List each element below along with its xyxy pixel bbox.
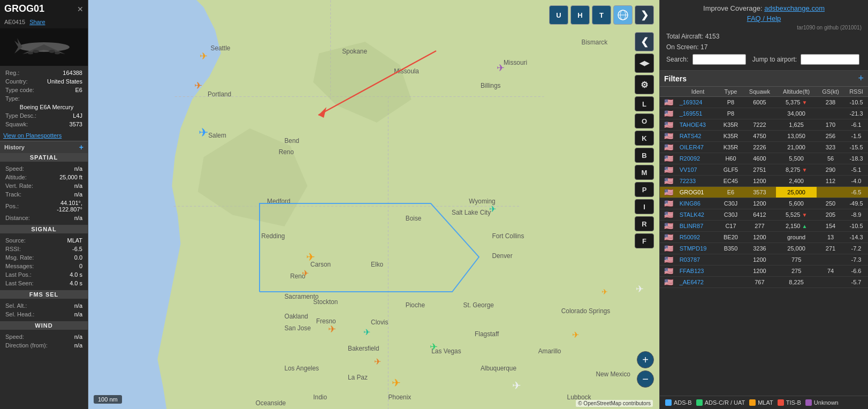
aircraft-icon-1[interactable]: ✈ (200, 50, 208, 62)
table-row[interactable]: 🇺🇸 _AE6472 767 8,225 -5.7 (660, 277, 868, 288)
flag-cell: 🇺🇸 (660, 198, 677, 209)
aircraft-icon-grog01[interactable]: ✈ (199, 126, 208, 140)
forward-button[interactable]: ❯ (635, 5, 654, 25)
type-desc: Boeing E6A Mercury (4, 103, 83, 111)
table-row[interactable]: 🇺🇸 RATS42 K35R 4750 13,050 256 -1.5 (660, 131, 868, 142)
table-row[interactable]: 🇺🇸 R03787 1200 775 -7.3 (660, 254, 868, 266)
flag-cell: 🇺🇸 (660, 108, 677, 119)
ident-cell: _169324 (677, 97, 719, 108)
aircraft-icon-7[interactable]: ✈ (636, 283, 644, 295)
table-row[interactable]: 🇺🇸 _169324 P8 6005 5,375 ▼ 238 -10.5 (660, 97, 868, 108)
pos-value: 44.101°, -122.807° (35, 199, 83, 213)
zoom-in-button[interactable]: + (637, 351, 654, 368)
table-row[interactable]: 🇺🇸 _169551 P8 34,000 -21.3 (660, 108, 868, 119)
col-ident[interactable]: Ident (677, 87, 719, 97)
legend-tisb[interactable]: TIS-B (778, 399, 801, 406)
svg-text:Portland: Portland (208, 90, 231, 98)
svg-text:Bakersfield: Bakersfield (348, 345, 379, 352)
svg-text:Pioche: Pioche (406, 301, 425, 309)
aircraft-icon-8[interactable]: ✈ (328, 323, 336, 335)
aircraft-info-table: Reg.:164388 Country:United States Type c… (0, 66, 88, 131)
map-copyright: © OpenStreetMap contributors (576, 400, 653, 407)
table-row[interactable]: 🇺🇸 FFAB123 1200 275 74 -6.6 (660, 266, 868, 277)
legend-mlat[interactable]: MLAT (749, 399, 773, 406)
col-type[interactable]: Type (718, 87, 743, 97)
type-cell: GLF5 (718, 164, 743, 176)
table-row[interactable]: 🇺🇸 72233 EC45 1200 2,400 112 -4.0 (660, 176, 868, 187)
h-button[interactable]: H (570, 5, 590, 25)
table-row[interactable]: 🇺🇸 R20092 H60 4600 5,500 56 -18.3 (660, 153, 868, 164)
aircraft-icon-13[interactable]: ✈ (512, 379, 521, 392)
col-rssi[interactable]: RSSI (844, 87, 868, 97)
svg-text:San Jose: San Jose (284, 324, 311, 332)
aircraft-icon-14[interactable]: ✈ (572, 330, 579, 340)
legend-adsc-label: ADS-C/R / UAT (705, 399, 745, 406)
table-row[interactable]: 🇺🇸 R50092 BE20 1200 ground 13 -14.3 (660, 232, 868, 243)
aircraft-icon-4[interactable]: ✈ (306, 251, 315, 263)
jump-input[interactable] (801, 54, 859, 65)
col-squawk[interactable]: Squawk (743, 87, 776, 97)
aircraft-table-container[interactable]: Ident Type Squawk Altitude(ft) GS(kt) RS… (660, 87, 868, 396)
layer-i-button[interactable]: I (635, 199, 654, 214)
source-value: MLAT (55, 237, 83, 244)
col-gs[interactable]: GS(kt) (817, 87, 844, 97)
legend-adsc[interactable]: ADS-C/R / UAT (696, 399, 745, 406)
aircraft-icon-9[interactable]: ✈ (363, 327, 370, 337)
filters-header: Filters + (660, 71, 868, 87)
improve-coverage-link[interactable]: adsbexchange.com (764, 4, 825, 12)
u-button[interactable]: U (549, 5, 568, 25)
filters-add-button[interactable]: + (858, 73, 864, 84)
table-row[interactable]: 🇺🇸 STALK42 C30J 6412 5,525 ▼ 205 -8.9 (660, 209, 868, 221)
layer-k-button[interactable]: K (635, 131, 654, 146)
aircraft-icon-10[interactable]: ✈ (430, 341, 438, 353)
search-input[interactable] (692, 54, 746, 65)
layer-b-button[interactable]: B (635, 148, 654, 163)
layer-r-button[interactable]: R (635, 216, 654, 231)
rssi-cell: -6.5 (844, 187, 868, 198)
legend-unknown[interactable]: Unknown (805, 399, 839, 406)
map-area[interactable]: Seattle Portland Salem Bend Spokane Miss… (88, 0, 659, 409)
table-row[interactable]: 🇺🇸 TAHOE43 K35R 7222 1,625 170 -6.1 (660, 119, 868, 131)
zoom-out-button[interactable]: − (637, 370, 654, 388)
legend-adsb[interactable]: ADS-B (665, 399, 692, 406)
aircraft-icon-11[interactable]: ✈ (374, 357, 381, 367)
back-button[interactable]: ❮ (635, 32, 654, 51)
table-row[interactable]: 🇺🇸 GROG01 E6 3573 25,000 -6.5 (660, 187, 868, 198)
gear-button[interactable]: ⚙ (635, 75, 654, 94)
share-link[interactable]: Share (29, 19, 45, 25)
lr-button[interactable]: ◀▶ (635, 54, 654, 73)
layer-p-button[interactable]: P (635, 182, 654, 197)
table-row[interactable]: 🇺🇸 VV107 GLF5 2751 8,275 ▼ 290 -5.1 (660, 164, 868, 176)
rssi-cell: -18.3 (844, 153, 868, 164)
layer-f-button[interactable]: F (635, 233, 654, 248)
aircraft-icon-15[interactable]: ✈ (601, 287, 608, 296)
ident-cell: 72233 (677, 176, 719, 187)
svg-text:Salem: Salem (208, 132, 226, 139)
faq-help-link[interactable]: FAQ / Help (666, 14, 862, 22)
layer-m-button[interactable]: M (635, 165, 654, 180)
table-row[interactable]: 🇺🇸 BLINR87 C17 277 2,150 ▲ 154 -10.5 (660, 221, 868, 232)
history-section-header[interactable]: History + (0, 141, 88, 153)
layer-o-button[interactable]: O (635, 113, 654, 128)
gs-cell: 205 (817, 209, 844, 221)
aircraft-icon-6[interactable]: ✈ (489, 204, 496, 214)
table-row[interactable]: 🇺🇸 STMPD19 B350 3236 25,000 271 -7.2 (660, 243, 868, 254)
type-cell: C30J (718, 198, 743, 209)
wind-dir-value: n/a (68, 342, 83, 349)
aircraft-icon-3[interactable]: ✈ (497, 62, 505, 74)
history-plus[interactable]: + (79, 143, 83, 152)
rssi-cell: -4.0 (844, 176, 868, 187)
t-button[interactable]: T (592, 5, 611, 25)
table-row[interactable]: 🇺🇸 OILER47 K35R 2226 21,000 323 -15.5 (660, 142, 868, 153)
table-row[interactable]: 🇺🇸 KING86 C30J 1200 5,600 250 -49.5 (660, 198, 868, 209)
view-on-planespotters-link[interactable]: View on Planespotters (0, 131, 88, 141)
legend-unknown-label: Unknown (814, 399, 839, 406)
globe-button[interactable] (613, 5, 633, 25)
col-altitude[interactable]: Altitude(ft) (776, 87, 817, 97)
aircraft-icon-2[interactable]: ✈ (194, 80, 202, 92)
aircraft-icon-5[interactable]: ✈ (302, 268, 309, 278)
aircraft-icon-12[interactable]: ✈ (392, 376, 401, 389)
layer-l-button[interactable]: L (635, 96, 654, 111)
close-button[interactable]: ✕ (77, 5, 83, 13)
ident-cell: STALK42 (677, 209, 719, 221)
